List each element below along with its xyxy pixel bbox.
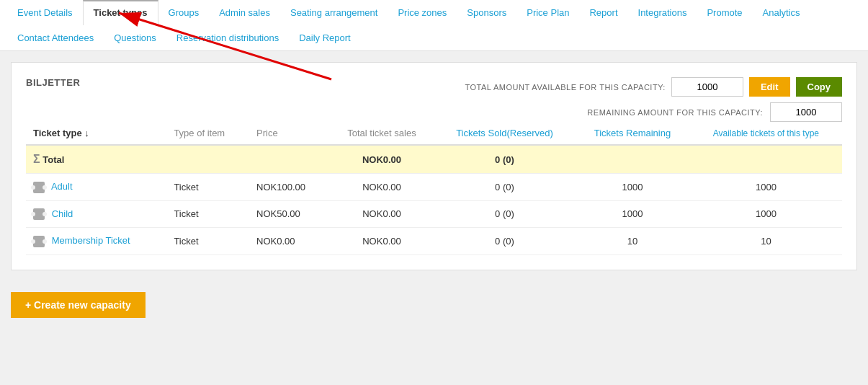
total-capacity-label: TOTAL AMOUNT AVAILABLE FOR THIS CAPACITY…	[465, 83, 665, 92]
nav-row-2: Contact Attendees Questions Reservation …	[7, 25, 861, 50]
capacity-panel: BILJETTER TOTAL AMOUNT AVAILABLE FOR THI…	[11, 62, 857, 270]
adult-price-text: NOK100.00	[256, 182, 305, 192]
nav-analytics[interactable]: Analytics	[753, 0, 810, 25]
adult-sales-text: NOK0.00	[362, 182, 401, 192]
membership-price-cell: NOK0.00	[249, 228, 329, 255]
total-type-cell	[166, 145, 249, 174]
child-sales-text: NOK0.00	[362, 208, 401, 219]
child-sold-text: 0 (0)	[495, 208, 514, 219]
ticket-icon	[33, 208, 45, 220]
nav-integrations[interactable]: Integrations	[628, 0, 697, 25]
child-type-cell: Ticket	[166, 200, 249, 228]
total-price-cell	[249, 145, 329, 174]
remaining-header-text: Tickets Remaining	[594, 128, 671, 138]
adult-sold-text: 0 (0)	[495, 182, 514, 192]
membership-sales-text: NOK0.00	[362, 236, 401, 247]
membership-name-cell: Membership Ticket	[26, 228, 166, 255]
child-type-text: Ticket	[174, 208, 198, 219]
ticket-icon	[33, 182, 45, 193]
membership-sales-cell: NOK0.00	[329, 228, 434, 255]
adult-available-cell: 1000	[690, 174, 842, 201]
remaining-capacity-label: REMAINING AMOUNT FOR THIS CAPACITY:	[587, 108, 763, 117]
col-sold-reserved: Tickets Sold(Reserved)	[434, 122, 575, 145]
table-total-row: Σ Total NOK0.00 0 (0)	[26, 145, 842, 174]
child-name-text[interactable]: Child	[52, 208, 73, 219]
total-capacity-input[interactable]	[671, 77, 743, 97]
child-sales-cell: NOK0.00	[329, 200, 434, 228]
sigma-icon: Σ	[33, 153, 40, 165]
type-item-header-text: Type of item	[174, 128, 225, 138]
nav-contact-attendees[interactable]: Contact Attendees	[7, 25, 104, 50]
membership-name-text[interactable]: Membership Ticket	[52, 235, 130, 246]
nav-reservation-distributions[interactable]: Reservation distributions	[166, 25, 289, 50]
adult-name-text[interactable]: Adult	[51, 181, 73, 192]
col-price: Price	[249, 122, 329, 145]
child-available-text: 1000	[756, 208, 777, 219]
total-sales-header-text: Total ticket sales	[347, 128, 416, 138]
nav-report[interactable]: Report	[579, 0, 627, 25]
total-capacity-row: TOTAL AMOUNT AVAILABLE FOR THIS CAPACITY…	[465, 77, 842, 97]
available-header-text: Available tickets of this type	[713, 128, 819, 138]
remaining-capacity-input[interactable]	[770, 102, 842, 122]
child-price-cell: NOK50.00	[249, 200, 329, 228]
nav-event-details[interactable]: Event Details	[7, 0, 83, 25]
total-sold-value: 0 (0)	[495, 154, 514, 165]
nav-questions[interactable]: Questions	[104, 25, 166, 50]
child-sold-cell: 0 (0)	[434, 200, 575, 228]
col-remaining: Tickets Remaining	[575, 122, 690, 145]
nav-sponsors[interactable]: Sponsors	[457, 0, 516, 25]
nav-daily-report[interactable]: Daily Report	[289, 25, 361, 50]
nav-ticket-types[interactable]: Ticket types	[83, 0, 158, 25]
col-ticket-type: Ticket type ↓	[26, 122, 166, 145]
ticket-table-wrapper: Ticket type ↓ Type of item Price Total t…	[26, 122, 842, 255]
nav-promote[interactable]: Promote	[697, 0, 752, 25]
child-remaining-text: 1000	[622, 208, 643, 219]
adult-type-cell: Ticket	[166, 174, 249, 201]
total-label-cell: Σ Total	[26, 145, 166, 174]
membership-remaining-cell: 10	[575, 228, 690, 255]
child-available-cell: 1000	[690, 200, 842, 228]
capacity-controls: TOTAL AMOUNT AVAILABLE FOR THIS CAPACITY…	[465, 77, 842, 122]
adult-type-text: Ticket	[174, 182, 198, 192]
table-header-row: Ticket type ↓ Type of item Price Total t…	[26, 122, 842, 145]
adult-available-text: 1000	[756, 182, 777, 192]
membership-type-cell: Ticket	[166, 228, 249, 255]
total-remaining-cell	[575, 145, 690, 174]
copy-button[interactable]: Copy	[796, 77, 843, 97]
membership-available-text: 10	[761, 236, 771, 247]
col-type-item: Type of item	[166, 122, 249, 145]
adult-sold-cell: 0 (0)	[434, 174, 575, 201]
child-name-cell: Child	[26, 200, 166, 228]
create-capacity-button[interactable]: + Create new capacity	[11, 292, 146, 318]
col-total-sales: Total ticket sales	[329, 122, 434, 145]
adult-remaining-text: 1000	[622, 182, 643, 192]
nav-groups[interactable]: Groups	[158, 0, 210, 25]
adult-price-cell: NOK100.00	[249, 174, 329, 201]
panel-header: BILJETTER	[26, 77, 80, 88]
ticket-icon	[33, 236, 45, 247]
child-remaining-cell: 1000	[575, 200, 690, 228]
nav-seating[interactable]: Seating arrangement	[280, 0, 388, 25]
membership-available-cell: 10	[690, 228, 842, 255]
total-sales-value: NOK0.00	[362, 154, 401, 165]
nav-row-1: Event Details Ticket types Groups Admin …	[7, 0, 861, 25]
total-label-text: Total	[42, 154, 64, 165]
total-available-cell	[690, 145, 842, 174]
membership-type-text: Ticket	[174, 236, 198, 247]
col-available: Available tickets of this type	[690, 122, 842, 145]
total-sold-cell: 0 (0)	[434, 145, 575, 174]
total-sales-cell: NOK0.00	[329, 145, 434, 174]
adult-remaining-cell: 1000	[575, 174, 690, 201]
edit-button[interactable]: Edit	[749, 77, 790, 97]
remaining-capacity-row: REMAINING AMOUNT FOR THIS CAPACITY:	[587, 102, 842, 122]
table-row: Membership Ticket Ticket NOK0.00 NOK0.00	[26, 228, 842, 255]
adult-name-cell: Adult	[26, 174, 166, 201]
nav-price-zones[interactable]: Price zones	[388, 0, 457, 25]
ticket-type-header-text: Ticket type ↓	[33, 128, 89, 138]
adult-sales-cell: NOK0.00	[329, 174, 434, 201]
membership-remaining-text: 10	[627, 236, 637, 247]
nav-price-plan[interactable]: Price Plan	[516, 0, 579, 25]
ticket-table: Ticket type ↓ Type of item Price Total t…	[26, 122, 842, 255]
nav-admin-sales[interactable]: Admin sales	[209, 0, 280, 25]
price-header-text: Price	[256, 128, 278, 138]
